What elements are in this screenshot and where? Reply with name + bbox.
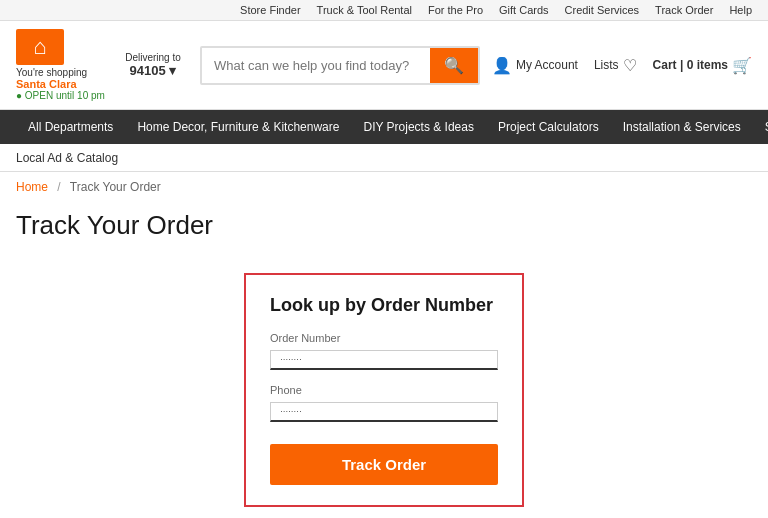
open-status: ● OPEN until 10 pm	[16, 90, 105, 101]
delivery-info: Delivering to 94105 ▾	[118, 52, 188, 78]
nav-installation-services[interactable]: Installation & Services	[611, 110, 753, 144]
logo-area: ⌂ You're shopping Santa Clara ● OPEN unt…	[16, 29, 106, 101]
lists-label: Lists	[594, 58, 619, 72]
lists-button[interactable]: Lists ♡	[594, 56, 637, 75]
breadcrumb: Home / Track Your Order	[0, 172, 768, 202]
track-order-button[interactable]: Track Order	[270, 444, 498, 485]
nav-project-calculators[interactable]: Project Calculators	[486, 110, 611, 144]
heart-icon: ♡	[623, 56, 637, 75]
open-dot: ●	[16, 90, 22, 101]
nav-all-departments[interactable]: All Departments	[16, 110, 125, 144]
phone-group: Phone	[270, 384, 498, 422]
my-account-button[interactable]: 👤 My Account	[492, 56, 578, 75]
account-label: My Account	[516, 58, 578, 72]
cart-label: Cart | 0 items	[653, 58, 728, 72]
store-finder-link[interactable]: Store Finder	[240, 4, 301, 16]
home-depot-logo[interactable]: ⌂	[16, 29, 64, 65]
nav-home-decor[interactable]: Home Decor, Furniture & Kitchenware	[125, 110, 351, 144]
search-button[interactable]: 🔍	[430, 48, 478, 83]
for-the-pro-link[interactable]: For the Pro	[428, 4, 483, 16]
shopping-info: You're shopping Santa Clara ● OPEN until…	[16, 67, 105, 101]
local-ad-catalog-link[interactable]: Local Ad & Catalog	[16, 151, 118, 165]
track-order-link[interactable]: Track Order	[655, 4, 713, 16]
help-link[interactable]: Help	[729, 4, 752, 16]
header-actions: 👤 My Account Lists ♡ Cart | 0 items 🛒	[492, 56, 752, 75]
truck-tool-rental-link[interactable]: Truck & Tool Rental	[317, 4, 412, 16]
main-content: Look up by Order Number Order Number Pho…	[0, 257, 768, 518]
page-title: Track Your Order	[0, 202, 768, 257]
search-input[interactable]	[202, 50, 430, 81]
phone-label: Phone	[270, 384, 498, 396]
utility-bar: Store Finder Truck & Tool Rental For the…	[0, 0, 768, 21]
order-number-input[interactable]	[270, 350, 498, 370]
cart-button[interactable]: Cart | 0 items 🛒	[653, 56, 752, 75]
search-icon: 🔍	[444, 57, 464, 74]
phone-input[interactable]	[270, 402, 498, 422]
nav-specials-offers[interactable]: Specials & Offers	[753, 110, 768, 144]
order-number-label: Order Number	[270, 332, 498, 344]
credit-services-link[interactable]: Credit Services	[565, 4, 640, 16]
secondary-nav: Local Ad & Catalog	[0, 144, 768, 172]
breadcrumb-separator: /	[57, 180, 60, 194]
account-icon: 👤	[492, 56, 512, 75]
store-name[interactable]: Santa Clara	[16, 78, 105, 90]
search-area: 🔍	[200, 46, 480, 85]
logo-icon: ⌂	[33, 36, 46, 58]
lookup-title: Look up by Order Number	[270, 295, 498, 316]
zip-code[interactable]: 94105 ▾	[118, 63, 188, 78]
order-number-group: Order Number	[270, 332, 498, 370]
main-header: ⌂ You're shopping Santa Clara ● OPEN unt…	[0, 21, 768, 110]
breadcrumb-home[interactable]: Home	[16, 180, 48, 194]
main-nav: All Departments Home Decor, Furniture & …	[0, 110, 768, 144]
nav-diy-projects[interactable]: DIY Projects & Ideas	[351, 110, 486, 144]
cart-icon: 🛒	[732, 56, 752, 75]
shopping-label: You're shopping	[16, 67, 105, 78]
delivering-label: Delivering to	[118, 52, 188, 63]
lookup-form: Look up by Order Number Order Number Pho…	[244, 273, 524, 507]
gift-cards-link[interactable]: Gift Cards	[499, 4, 549, 16]
breadcrumb-current: Track Your Order	[70, 180, 161, 194]
